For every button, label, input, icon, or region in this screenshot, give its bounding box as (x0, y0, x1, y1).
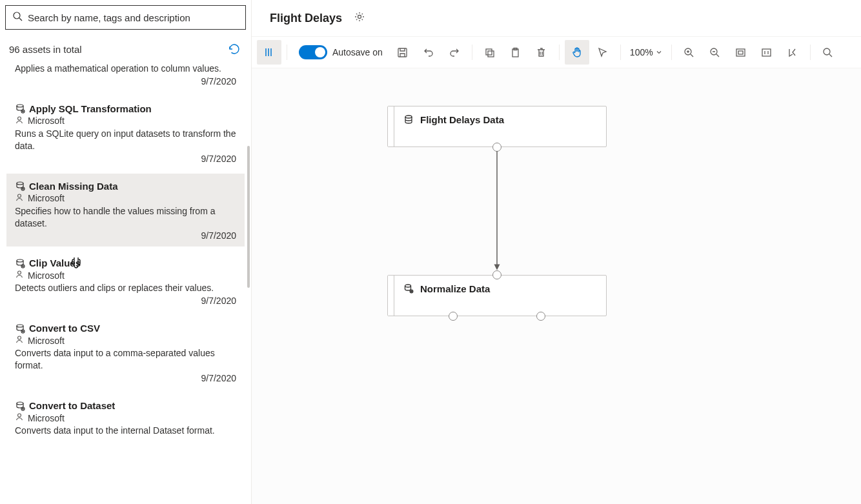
output-port[interactable] (536, 312, 545, 321)
asset-desc: Converts data input to the internal Data… (15, 425, 236, 437)
svg-rect-18 (398, 48, 407, 57)
person-icon (15, 270, 24, 281)
asset-title: Convert to CSV (29, 323, 100, 334)
zoom-label: 100% (630, 47, 653, 57)
output-port[interactable] (449, 312, 458, 321)
panel-toggle-button[interactable] (257, 40, 281, 65)
asset-date: 9/7/2020 (15, 230, 236, 241)
svg-point-11 (17, 325, 23, 327)
asset-desc: Detects outliers and clips or replaces t… (15, 282, 236, 294)
svg-point-5 (17, 182, 23, 185)
separator (472, 45, 472, 60)
paste-button[interactable] (503, 40, 528, 65)
asset-title: Clean Missing Data (29, 181, 118, 192)
toolbar: Autosave on 100% (252, 36, 861, 68)
separator (287, 45, 287, 60)
output-port[interactable] (492, 143, 501, 152)
auto-layout-button[interactable] (780, 40, 805, 65)
separator (620, 45, 621, 60)
header: Flight Delays (252, 0, 861, 36)
node-flight-delays-data[interactable]: Flight Delays Data (387, 106, 607, 147)
module-icon (15, 103, 25, 114)
svg-point-31 (405, 285, 411, 287)
separator (810, 45, 811, 60)
node-accent (388, 106, 394, 146)
autosave-label: Autosave on (332, 47, 383, 57)
svg-rect-19 (486, 49, 492, 55)
svg-point-8 (17, 259, 23, 262)
asset-count-label: 96 assets in total (9, 44, 82, 55)
svg-rect-26 (738, 51, 743, 54)
asset-author: Microsoft (28, 413, 65, 423)
asset-author: Microsoft (28, 336, 65, 346)
asset-desc: Specifies how to handle the values missi… (15, 205, 236, 230)
save-button[interactable] (390, 40, 415, 65)
svg-rect-20 (488, 51, 494, 57)
zoom-out-button[interactable] (703, 40, 727, 65)
dataset-icon (403, 114, 414, 139)
asset-item[interactable]: Applies a mathematical operation to colu… (6, 62, 245, 92)
edge (496, 151, 498, 272)
asset-item[interactable]: Convert to CSV Microsoft Converts data i… (6, 316, 245, 389)
redo-button[interactable] (442, 40, 467, 65)
module-icon (15, 181, 25, 191)
asset-author: Microsoft (28, 270, 65, 281)
module-icon (15, 258, 25, 268)
asset-date: 9/7/2020 (15, 373, 236, 383)
refresh-button[interactable] (227, 41, 242, 57)
undo-button[interactable] (416, 40, 441, 65)
input-port[interactable] (492, 270, 501, 279)
svg-point-7 (18, 194, 21, 197)
asset-item[interactable]: Clip Values Microsoft Detects outliers a… (6, 250, 245, 312)
node-normalize-data[interactable]: Normalize Data (387, 275, 607, 316)
zoom-in-button[interactable] (677, 40, 702, 65)
canvas[interactable]: Flight Delays Data Normalize Data (252, 68, 861, 504)
asset-item[interactable]: Convert to Dataset Microsoft Converts da… (6, 393, 245, 443)
actual-size-button[interactable] (755, 40, 779, 65)
svg-point-2 (17, 105, 23, 107)
svg-rect-25 (736, 49, 745, 56)
delete-button[interactable] (529, 40, 554, 65)
asset-date: 9/7/2020 (15, 154, 236, 164)
asset-list[interactable]: Applies a mathematical operation to colu… (0, 62, 251, 504)
svg-point-28 (824, 48, 830, 55)
asset-date: 9/7/2020 (15, 76, 236, 86)
settings-button[interactable] (354, 11, 365, 25)
fit-screen-button[interactable] (729, 40, 753, 65)
node-label: Flight Delays Data (420, 114, 504, 139)
search-input[interactable] (28, 12, 239, 23)
asset-title: Convert to Dataset (29, 400, 115, 411)
sidebar: 96 assets in total Applies a mathematica… (0, 0, 252, 504)
separator (559, 45, 560, 60)
asset-title: Apply SQL Transformation (29, 103, 152, 114)
asset-desc: Converts data input to a comma-separated… (15, 347, 236, 372)
page-title: Flight Delays (270, 12, 342, 25)
select-button[interactable] (591, 40, 615, 65)
asset-author: Microsoft (28, 116, 65, 126)
chevron-down-icon (656, 47, 662, 57)
svg-point-13 (18, 336, 21, 339)
separator (671, 45, 672, 60)
autosave-toggle[interactable] (299, 45, 327, 59)
svg-rect-27 (762, 49, 771, 56)
asset-item[interactable]: Clean Missing Data Microsoft Specifies h… (6, 174, 245, 247)
module-icon (15, 323, 25, 334)
svg-point-0 (14, 12, 20, 19)
asset-author: Microsoft (28, 193, 65, 203)
asset-title: Clip Values (29, 257, 81, 268)
node-label: Normalize Data (420, 283, 490, 308)
svg-point-17 (358, 15, 361, 19)
module-icon (15, 401, 25, 411)
person-icon (15, 193, 24, 204)
copy-button[interactable] (478, 40, 502, 65)
zoom-dropdown[interactable]: 100% (626, 47, 666, 57)
person-icon (15, 412, 24, 423)
pan-button[interactable] (565, 40, 589, 65)
asset-desc: Applies a mathematical operation to colu… (15, 63, 236, 75)
asset-date: 9/7/2020 (15, 296, 236, 306)
search-canvas-button[interactable] (816, 40, 840, 65)
main: Flight Delays Autosave on 100% (252, 0, 861, 504)
search-box[interactable] (5, 5, 246, 30)
asset-item[interactable]: Apply SQL Transformation Microsoft Runs … (6, 96, 245, 170)
svg-point-16 (18, 414, 21, 417)
